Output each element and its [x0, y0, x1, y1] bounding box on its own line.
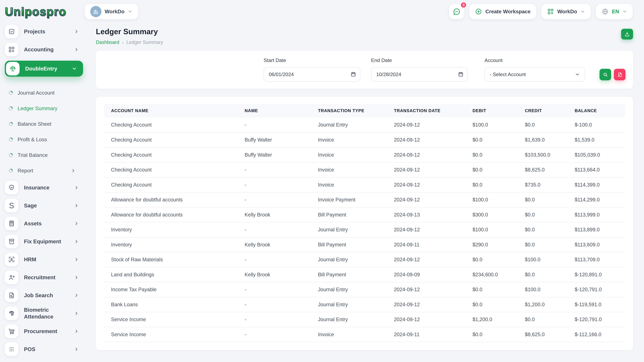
sidebar-subitem-profit-loss[interactable]: Profit & Loss	[9, 132, 89, 147]
cell-balance: $-120,791.0	[568, 312, 625, 327]
cell-balance: $1,539.0	[568, 132, 625, 148]
cell-debit: $100.0	[465, 222, 518, 237]
sidebar-item-projects[interactable]: Projects	[5, 25, 89, 38]
cell-date: 2024-09-12	[387, 177, 465, 192]
cell-balance: $113,899.0	[568, 222, 625, 237]
cell-debit: $0.0	[465, 177, 518, 192]
cell-type: Journal Entry	[311, 222, 387, 237]
account-select[interactable]: - Select Account	[484, 67, 585, 81]
sidebar-item-assets[interactable]: Assets	[5, 217, 89, 230]
cell-credit: $0.0	[518, 192, 568, 207]
col-account-name: Account Name	[104, 104, 238, 117]
cell-debit: $100.0	[465, 192, 518, 207]
ledger-table: Account Name Name Transaction Type Trans…	[104, 104, 625, 342]
cell-date: 2024-09-12	[387, 252, 465, 267]
table-row: Checking Account-Invoice2024-09-12$0.0$8…	[104, 162, 625, 177]
cell-date: 2024-09-12	[387, 162, 465, 177]
sidebar-item-procurement[interactable]: Procurement	[5, 325, 89, 338]
cell-account: Bank Loans	[104, 297, 238, 312]
sidebar-subitem-report[interactable]: Report	[9, 163, 89, 178]
workspace-selector[interactable]: WorkDo	[85, 4, 138, 19]
sidebar-item-hrm[interactable]: HRM	[5, 253, 89, 266]
workspace-menu-label: WorkDo	[557, 9, 577, 14]
sidebar-subitem-ledger-summary[interactable]: Ledger Summary	[9, 101, 89, 116]
cell-name: -	[238, 117, 311, 132]
sidebar-item-label: Procurement	[24, 328, 74, 335]
sidebar-subitem-balance-sheet[interactable]: Balance Sheet	[9, 116, 89, 132]
apply-filter-button[interactable]	[600, 69, 611, 80]
end-date-input[interactable]	[371, 67, 468, 81]
sidebar-subitem-journal-account[interactable]: Journal Account	[9, 85, 89, 101]
topbar: Unipospro WorkDo 0 Create Workspace W	[0, 0, 644, 23]
cell-balance: $-100.0	[568, 117, 625, 132]
cell-credit: $0.0	[518, 312, 568, 327]
cell-date: 2024-09-11	[387, 327, 465, 342]
sidebar-item-fix-equipment[interactable]: Fix Equipment	[5, 235, 89, 248]
sidebar-subitem-label: Ledger Summary	[18, 105, 89, 111]
col-balance: Balance	[568, 104, 625, 117]
cell-debit: $0.0	[465, 252, 518, 267]
sage-letter-icon: S	[5, 199, 18, 212]
breadcrumb-dashboard-link[interactable]: Dashboard	[96, 39, 119, 45]
cell-account: Stock of Raw Materials	[104, 252, 238, 267]
cell-balance: $-112,166.0	[568, 327, 625, 342]
sidebar-subitem-trial-balance[interactable]: Trial Balance	[9, 147, 89, 163]
chevron-right-icon	[74, 311, 79, 316]
language-code: EN	[612, 9, 619, 14]
cell-credit: $1,200.0	[518, 297, 568, 312]
cell-name: -	[238, 252, 311, 267]
globe-icon	[602, 8, 609, 15]
sidebar-subitem-label: Journal Account	[18, 90, 89, 96]
cell-balance: $114,399.0	[568, 177, 625, 192]
cell-name: -	[238, 282, 311, 297]
col-credit: Credit	[518, 104, 568, 117]
sidebar-item-sage[interactable]: SSage	[5, 199, 89, 212]
chevron-right-icon	[74, 329, 79, 334]
sidebar-item-biometric-attendance[interactable]: Biometric Attendance	[5, 307, 89, 320]
cell-account: Allowance for doubtful accounts	[104, 207, 238, 222]
table-row: Allowance for doubtful accounts-Invoice …	[104, 192, 625, 207]
chevron-right-icon	[74, 275, 79, 280]
sidebar-item-insurance[interactable]: Insurance	[5, 181, 89, 194]
cell-date: 2024-09-11	[387, 237, 465, 252]
sidebar-item-doubleentry[interactable]: DoubleEntry	[5, 61, 83, 77]
cell-credit: $0.0	[518, 117, 568, 132]
sidebar-item-accounting[interactable]: Accounting	[5, 43, 89, 56]
chevron-down-icon	[622, 9, 627, 14]
calendar-icon[interactable]	[458, 71, 464, 77]
sidebar-item-recruitment[interactable]: Recruitment	[5, 271, 89, 284]
sidebar-item-label: DoubleEntry	[25, 65, 72, 72]
bullet-ring-icon	[9, 122, 13, 126]
sidebar-item-job-search[interactable]: Job Search	[5, 289, 89, 302]
cell-name: -	[238, 162, 311, 177]
language-selector[interactable]: EN	[596, 4, 633, 19]
filter-panel: Start Date End Date	[96, 51, 633, 89]
sidebar-item-label: Projects	[24, 28, 74, 35]
cell-name: Kelly Brook	[238, 267, 311, 282]
reset-filter-button[interactable]	[614, 69, 626, 80]
page-title: Ledger Summary	[96, 27, 163, 36]
cell-balance: $113,664.0	[568, 162, 625, 177]
table-row: Service Income-Journal Entry2024-09-12$1…	[104, 312, 625, 327]
account-label: Account	[484, 57, 585, 63]
search-icon	[602, 72, 608, 77]
chevron-right-icon: ›	[122, 40, 124, 45]
sidebar-item-pos[interactable]: POS	[5, 343, 89, 356]
cell-type: Invoice	[311, 132, 387, 148]
calendar-icon[interactable]	[350, 71, 356, 77]
cell-date: 2024-09-09	[387, 267, 465, 282]
table-row: Checking Account-Invoice2024-09-12$0.0$7…	[104, 177, 625, 192]
table-row: Checking Account-Journal Entry2024-09-12…	[104, 117, 625, 132]
clear-filter-icon	[617, 72, 622, 77]
workspace-menu-button[interactable]: WorkDo	[541, 4, 591, 19]
start-date-input[interactable]	[264, 67, 360, 81]
grid-plus-icon	[5, 43, 18, 56]
sidebar-item-label: POS	[24, 346, 74, 353]
create-workspace-button[interactable]: Create Workspace	[469, 4, 536, 19]
ledger-table-card: Account Name Name Transaction Type Trans…	[96, 97, 633, 350]
sidebar-item-label: Accounting	[24, 46, 74, 53]
sidebar-item-label: Recruitment	[24, 274, 74, 281]
messages-button[interactable]: 0	[449, 4, 464, 19]
download-button[interactable]	[621, 29, 633, 39]
main-content: Ledger Summary Dashboard › Ledger Summar…	[89, 23, 644, 350]
